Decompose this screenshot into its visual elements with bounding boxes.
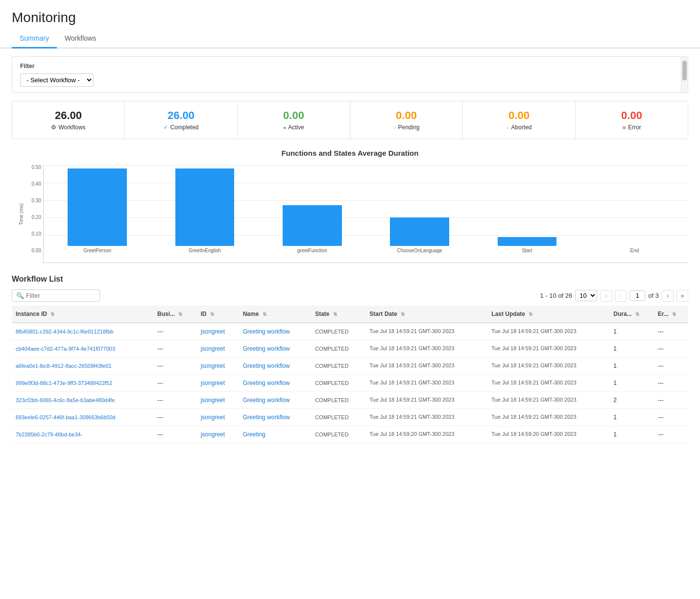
y-tick-2: 0.20 [25, 215, 41, 220]
state-cell: COMPLETED [315, 397, 348, 403]
instance-id-cell[interactable]: 999e0f3d-88c1-473e-9ff3-373488422f52 [16, 380, 112, 386]
y-tick-0: 0.00 [25, 248, 41, 253]
next-page-button[interactable]: › [662, 290, 674, 302]
last-update-cell: Tue Jul 18 14:59:21 GMT-300 2023 [487, 340, 609, 358]
last-update-cell: Tue Jul 18 14:59:21 GMT-300 2023 [487, 392, 609, 409]
stat-active-value: 0.00 [247, 109, 340, 122]
start-date-cell: Tue Jul 18 14:59:21 GMT-300 2023 [365, 323, 487, 340]
id-cell[interactable]: jsongreet [201, 414, 225, 421]
circle-green-icon [283, 124, 286, 131]
check-icon [163, 124, 168, 131]
chart-title: Functions and States Average Duration [12, 149, 688, 157]
instance-id-cell[interactable]: 693eele6-0257-446f-baa1-309663b6b50d [16, 414, 116, 420]
pagination: 1 - 10 of 26 10 25 50 « ‹ 1 of 3 › » [540, 290, 688, 302]
id-cell[interactable]: jsongreet [201, 431, 225, 438]
first-page-button[interactable]: « [600, 290, 612, 302]
table-row: 999e0f3d-88c1-473e-9ff3-373488422f52 ---… [12, 375, 688, 392]
duration-cell: 1 [609, 426, 653, 443]
stat-active: 0.00 Active [238, 101, 350, 139]
col-duration[interactable]: Dura... ⇅ [609, 306, 653, 323]
id-cell[interactable]: jsongreet [201, 397, 225, 404]
workflow-table: Instance ID ⇅ Busi... ⇅ ID ⇅ Name ⇅ [12, 306, 688, 443]
name-cell[interactable]: Greeting workflow [243, 397, 290, 404]
col-business-id[interactable]: Busi... ⇅ [153, 306, 197, 323]
duration-cell: 1 [609, 340, 653, 358]
stat-error: 0.00 Error [576, 101, 688, 139]
list-controls: 🔍 1 - 10 of 26 10 25 50 « ‹ 1 of 3 › » [12, 289, 688, 302]
name-cell[interactable]: Greeting workflow [243, 362, 290, 369]
col-error[interactable]: Er... ⇅ [654, 306, 688, 323]
start-date-cell: Tue Jul 18 14:59:21 GMT-300 2023 [365, 358, 487, 375]
table-row: cb404aee-c7d2-477a-9f74-4e741f077003 ---… [12, 340, 688, 358]
col-start-date[interactable]: Start Date ⇅ [365, 306, 487, 323]
id-cell[interactable]: jsongreet [201, 362, 225, 369]
bar-chooseonlanguage: ChooseOnLanguage [366, 165, 473, 253]
error-cell: --- [654, 392, 688, 409]
scrollbar-thumb [682, 61, 687, 80]
id-cell[interactable]: jsongreet [201, 345, 225, 352]
table-row: 8fb45801-c392-4344-9c1c-f6e011218fbb ---… [12, 323, 688, 340]
instance-id-cell[interactable]: 8fb45801-c392-4344-9c1c-f6e011218fbb [16, 329, 113, 335]
col-instance-id[interactable]: Instance ID ⇅ [12, 306, 153, 323]
prev-page-button[interactable]: ‹ [615, 290, 627, 302]
col-last-update[interactable]: Last Update ⇅ [487, 306, 609, 323]
sort-last-update-icon: ⇅ [529, 311, 532, 317]
error-cell: --- [654, 358, 688, 375]
circle-amber-icon [506, 124, 509, 131]
stat-completed-value: 26.00 [135, 109, 227, 122]
sort-business-id-icon: ⇅ [178, 311, 182, 317]
last-update-cell: Tue Jul 18 14:59:21 GMT-300 2023 [487, 375, 609, 392]
stat-workflows: 26.00 Workflows [12, 101, 125, 139]
business-id-cell: --- [153, 375, 197, 392]
instance-id-cell[interactable]: 7b2385b0-2c79-46bd-be34- [16, 431, 82, 437]
list-filter-input[interactable] [26, 292, 96, 299]
last-update-cell: Tue Jul 18 14:59:21 GMT-300 2023 [487, 358, 609, 375]
instance-id-cell[interactable]: 323cf2bb-6065-4c6c-8a5e-b3abe480d4fe [16, 397, 115, 403]
duration-cell: 1 [609, 409, 653, 426]
rows-per-page-select[interactable]: 10 25 50 [575, 290, 597, 301]
workflow-filter-select[interactable]: - Select Workflow - [20, 73, 94, 87]
workflow-list-title: Workflow List [12, 275, 688, 284]
name-cell[interactable]: Greeting workflow [243, 414, 290, 421]
tab-summary[interactable]: Summary [12, 29, 57, 48]
scrollbar[interactable] [681, 57, 688, 93]
start-date-cell: Tue Jul 18 14:59:21 GMT-300 2023 [365, 375, 487, 392]
business-id-cell: --- [153, 392, 197, 409]
stat-aborted-label: Aborted [473, 124, 565, 131]
table-row: 7b2385b0-2c79-46bd-be34- --- jsongreet G… [12, 426, 688, 443]
last-update-cell: Tue Jul 18 14:59:21 GMT-300 2023 [487, 409, 609, 426]
main-content: Filter - Select Workflow - 26.00 Workflo… [0, 48, 700, 451]
stat-active-label: Active [247, 124, 340, 131]
instance-id-cell[interactable]: a6fea0e1-lbc8-4912-8acc-26509f43fe01 [16, 363, 112, 369]
sort-name-icon: ⇅ [263, 311, 266, 317]
name-cell[interactable]: Greeting workflow [243, 345, 290, 352]
duration-cell: 1 [609, 358, 653, 375]
error-cell: --- [654, 340, 688, 358]
business-id-cell: --- [153, 323, 197, 340]
bar-greetfunction: greetFunction [259, 165, 366, 253]
error-cell: --- [654, 375, 688, 392]
state-cell: COMPLETED [315, 380, 348, 386]
page-of-label: of 3 [648, 292, 659, 299]
col-state[interactable]: State ⇅ [311, 306, 365, 323]
name-cell[interactable]: Greeting workflow [243, 328, 290, 335]
col-name[interactable]: Name ⇅ [239, 306, 311, 323]
table-row: a6fea0e1-lbc8-4912-8acc-26509f43fe01 ---… [12, 358, 688, 375]
id-cell[interactable]: jsongreet [201, 328, 225, 335]
col-id[interactable]: ID ⇅ [197, 306, 239, 323]
bar-start: Start [473, 165, 580, 253]
stat-completed: 26.00 Completed [125, 101, 238, 139]
name-cell[interactable]: Greeting workflow [243, 380, 290, 386]
circle-orange-icon [393, 124, 396, 131]
instance-id-cell[interactable]: cb404aee-c7d2-477a-9f74-4e741f077003 [16, 346, 115, 352]
workflows-icon [51, 124, 56, 131]
name-cell[interactable]: Greeting [243, 431, 266, 438]
bar-greetinenglish: GreetInEnglish [151, 165, 258, 253]
pagination-range: 1 - 10 of 26 [540, 292, 573, 299]
start-date-cell: Tue Jul 18 14:59:21 GMT-300 2023 [365, 392, 487, 409]
id-cell[interactable]: jsongreet [201, 380, 225, 386]
page-number-input[interactable]: 1 [629, 290, 645, 301]
tab-workflows[interactable]: Workflows [57, 29, 104, 48]
filter-input-wrap[interactable]: 🔍 [12, 289, 100, 302]
last-page-button[interactable]: » [676, 290, 688, 302]
